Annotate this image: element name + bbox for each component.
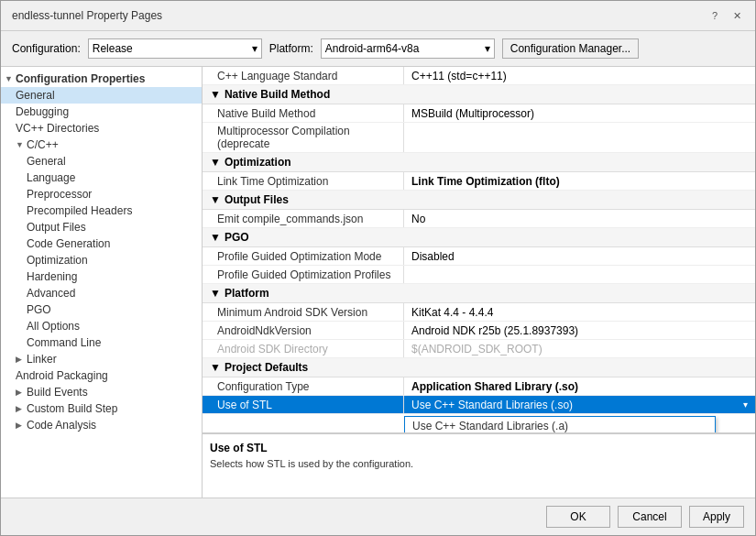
prop-name: Link Time Optimization [203,172,404,190]
info-panel: Use of STL Selects how STL is used by th… [203,433,755,498]
prop-row-sdk-dir[interactable]: Android SDK Directory $(ANDROID_SDK_ROOT… [203,340,755,358]
collapse-icon: ▼ [16,140,25,149]
sidebar-item-label: Advanced [27,287,75,300]
ok-button[interactable]: OK [546,506,610,528]
prop-row-ndk-version[interactable]: AndroidNdkVersion Android NDK r25b (25.1… [203,322,755,340]
sidebar-item-build-events[interactable]: ▶ Build Events [1,384,202,400]
help-button[interactable]: ? [707,8,722,23]
prop-value: No [404,210,755,227]
stl-current-value: Use C++ Standard Libraries (.so) [411,399,573,411]
sidebar-item-label: Optimization [27,254,88,267]
section-project-defaults[interactable]: ▼ Project Defaults [203,358,755,377]
sidebar-item-label: Build Events [27,386,88,399]
cancel-button[interactable]: Cancel [618,506,682,528]
sidebar-item-cpp-preprocessor[interactable]: Preprocessor [1,186,202,202]
prop-name: AndroidNdkVersion [203,322,404,339]
sidebar-item-cpp-language[interactable]: Language [1,170,202,186]
prop-value: Android NDK r25b (25.1.8937393) [404,322,755,339]
sidebar-item-label: Output Files [27,221,86,234]
prop-row-cpp-standard[interactable]: C++ Language Standard C++11 (std=c++11) [203,67,755,85]
prop-row-pgo-profiles[interactable]: Profile Guided Optimization Profiles [203,266,755,284]
configuration-label: Configuration: [12,42,81,55]
prop-row-multiprocessor[interactable]: Multiprocessor Compilation (deprecate [203,123,755,153]
sidebar-item-cpp-optimization[interactable]: Optimization [1,252,202,268]
section-platform[interactable]: ▼ Platform [203,284,755,303]
sidebar-item-label: Precompiled Headers [27,204,132,217]
sidebar-item-cpp-pgo[interactable]: PGO [1,301,202,318]
sidebar-item-cpp-advanced[interactable]: Advanced [1,285,202,301]
prop-row-compile-commands[interactable]: Emit compile_commands.json No [203,210,755,228]
configuration-value: Release [93,42,133,55]
close-button[interactable]: ✕ [729,8,744,23]
sidebar-item-label: Hardening [27,270,77,283]
sidebar-item-linker[interactable]: ▶ Linker [1,351,202,367]
config-manager-button[interactable]: Configuration Manager... [502,38,639,59]
section-optimization[interactable]: ▼ Optimization [203,153,755,172]
sidebar-item-custom-build[interactable]: ▶ Custom Build Step [1,400,202,417]
collapse-icon: ▶ [16,355,25,364]
sidebar-item-label: C/C++ [27,138,59,151]
right-panel: C++ Language Standard C++11 (std=c++11) … [203,67,755,498]
dropdown-option-a[interactable]: Use C++ Standard Libraries (.a) [405,417,715,433]
prop-value: Disabled [404,247,755,265]
section-collapse-icon: ▼ [210,193,221,206]
apply-button[interactable]: Apply [689,506,744,528]
sidebar-item-cpp[interactable]: ▼ C/C++ [1,137,202,153]
prop-name: Emit compile_commands.json [203,210,404,227]
sidebar-item-config-props[interactable]: ▼ Configuration Properties [1,71,202,87]
platform-dropdown[interactable]: Android-arm64-v8a ▾ [321,38,495,59]
section-label: Project Defaults [225,361,308,374]
prop-row-min-sdk[interactable]: Minimum Android SDK Version KitKat 4.4 -… [203,303,755,322]
section-label: Native Build Method [225,88,330,101]
prop-row-config-type[interactable]: Configuration Type Application Shared Li… [203,377,755,396]
stl-dropdown-arrow[interactable]: ▾ [743,399,748,410]
configuration-dropdown[interactable]: Release ▾ [88,38,262,59]
section-collapse-icon: ▼ [210,287,221,300]
prop-row-lto[interactable]: Link Time Optimization Link Time Optimiz… [203,172,755,191]
sidebar-item-cpp-hardening[interactable]: Hardening [1,268,202,285]
platform-value: Android-arm64-v8a [325,42,420,55]
prop-name: Minimum Android SDK Version [203,303,404,321]
sidebar-item-general[interactable]: General [1,87,202,104]
sidebar-item-label: Custom Build Step [27,402,117,415]
platform-dropdown-arrow: ▾ [485,42,490,55]
section-pgo[interactable]: ▼ PGO [203,228,755,247]
sidebar-item-label: General [16,89,55,102]
sidebar-item-cpp-precompiled[interactable]: Precompiled Headers [1,202,202,219]
section-native-build[interactable]: ▼ Native Build Method [203,85,755,104]
sidebar-item-label: All Options [27,320,80,333]
platform-label: Platform: [269,42,313,55]
sidebar-item-cpp-general[interactable]: General [1,153,202,170]
prop-name-stl: Use of STL [203,396,404,413]
prop-name: Native Build Method [203,104,404,122]
sidebar-item-cpp-alloptions[interactable]: All Options [1,318,202,334]
footer: OK Cancel Apply [1,498,755,535]
sidebar-item-label: Preprocessor [27,188,92,201]
prop-name: Profile Guided Optimization Mode [203,247,404,265]
sidebar-item-label: Command Line [27,336,101,349]
sidebar-item-label: Android Packaging [16,369,108,382]
section-label: PGO [225,231,249,244]
prop-value [404,266,755,283]
section-collapse-icon: ▼ [210,88,221,101]
collapse-icon: ▶ [16,421,25,430]
sidebar-item-code-analysis[interactable]: ▶ Code Analysis [1,417,202,433]
sidebar-item-cpp-output[interactable]: Output Files [1,219,202,235]
prop-row-use-stl[interactable]: Use of STL Use C++ Standard Libraries (.… [203,396,755,414]
sidebar-item-label: Debugging [16,105,69,118]
sidebar-item-debugging[interactable]: Debugging [1,104,202,120]
section-output-files[interactable]: ▼ Output Files [203,191,755,210]
prop-value: C++11 (std=c++11) [404,67,755,84]
prop-row-pgo-mode[interactable]: Profile Guided Optimization Mode Disable… [203,247,755,266]
sidebar-item-label: PGO [27,303,51,316]
prop-value: Link Time Optimization (flto) [404,172,755,190]
title-bar: endless-tunnel Property Pages ? ✕ [1,1,755,31]
sidebar-item-android-packaging[interactable]: Android Packaging [1,367,202,384]
sidebar-item-label: VC++ Directories [16,122,99,135]
prop-row-native-build-method[interactable]: Native Build Method MSBuild (Multiproces… [203,104,755,123]
sidebar-item-cpp-commandline[interactable]: Command Line [1,334,202,351]
sidebar-item-label: Code Generation [27,237,110,250]
sidebar-item-vcpp[interactable]: VC++ Directories [1,120,202,137]
sidebar-item-cpp-codegen[interactable]: Code Generation [1,235,202,252]
info-title: Use of STL [210,442,748,454]
